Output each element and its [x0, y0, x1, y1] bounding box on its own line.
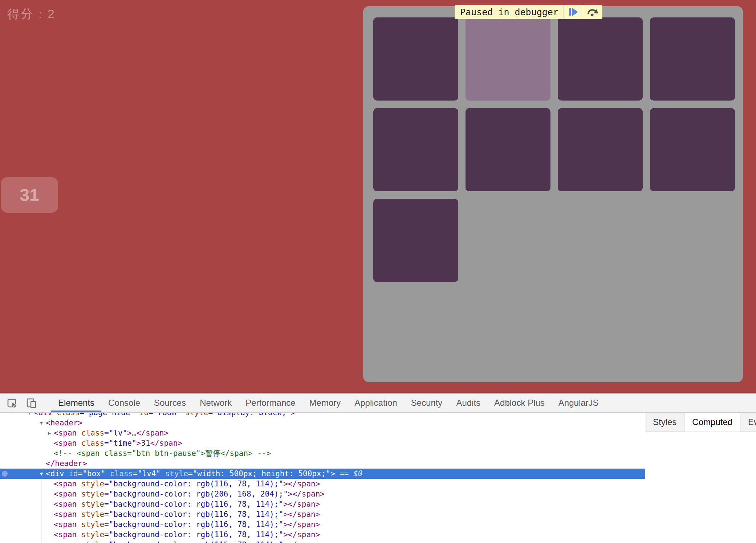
code-token: style: [81, 479, 104, 488]
code-token: style: [165, 469, 188, 478]
tree-line[interactable]: <span style="background-color: rgb(116, …: [0, 530, 645, 540]
code-token: <span: [54, 439, 81, 448]
device-toolbar-icon[interactable]: [25, 397, 37, 409]
code-token: style: [81, 530, 104, 539]
devtools-panel: ElementsConsoleSourcesNetworkPerformance…: [0, 393, 756, 543]
resume-script-button[interactable]: [564, 5, 583, 19]
code-token: style: [81, 510, 104, 519]
tree-line[interactable]: <span style="background-color: rgb(116, …: [0, 499, 645, 509]
code-token: ="background-color: rgb(116, 78, 114);": [104, 540, 283, 543]
code-token: [181, 413, 186, 417]
board-square-1-3[interactable]: [650, 108, 735, 191]
expand-arrow-open-icon[interactable]: ▼: [38, 469, 45, 479]
devtools-tab-security[interactable]: Security: [404, 393, 450, 412]
devtools-tab-console[interactable]: Console: [101, 393, 147, 412]
tree-line[interactable]: ▼<header>: [0, 418, 645, 428]
paused-in-debugger-banner: Paused in debugger: [455, 5, 602, 19]
code-token: <span: [54, 479, 81, 488]
tree-line[interactable]: ▶<span class="lv">…</span>: [0, 428, 645, 438]
code-token: [160, 469, 165, 478]
code-token: <span: [54, 500, 81, 509]
board-square-1-2[interactable]: [558, 108, 643, 191]
code-token: ="time": [104, 439, 137, 448]
devtools-tab-elements[interactable]: Elements: [51, 393, 101, 412]
styles-sidebar: StylesComputedEvent: [645, 413, 756, 543]
board-square-1-1[interactable]: [466, 108, 550, 191]
game-board: [363, 6, 743, 382]
tree-line[interactable]: <span style="background-color: rgb(116, …: [0, 479, 645, 489]
sidebar-tab-styles[interactable]: Styles: [645, 413, 684, 432]
score-label: 得分：2: [7, 6, 56, 23]
devtools-tab-network[interactable]: Network: [193, 393, 239, 412]
resume-icon: [568, 7, 579, 17]
code-token: ="background-color: rgb(116, 78, 114);": [104, 530, 283, 539]
tree-line-selected[interactable]: ▼<div id="box" class="lv4" style="width:…: [0, 469, 645, 479]
code-token: <span: [54, 530, 81, 539]
toolbar-separator: [45, 397, 45, 409]
board-square-2-0[interactable]: [373, 199, 458, 282]
code-token: style: [81, 540, 104, 543]
tree-line[interactable]: <span style="background-color: rgb(116, …: [0, 519, 645, 530]
code-token: >: [137, 439, 141, 448]
devtools-tab-adblock-plus[interactable]: Adblock Plus: [487, 393, 552, 412]
devtools-tab-sources[interactable]: Sources: [147, 393, 193, 412]
board-square-0-3[interactable]: [650, 17, 735, 101]
tree-line[interactable]: <span class="time">31</span>: [0, 438, 645, 448]
tree-line[interactable]: <span style="background-color: rgb(116, …: [0, 540, 645, 543]
elements-tree-lines: ▼<div class="page hide" id="room" style=…: [0, 413, 645, 543]
board-square-0-1-odd[interactable]: [466, 17, 550, 101]
code-token: ></span>: [283, 479, 320, 488]
devtools-toolbar: ElementsConsoleSourcesNetworkPerformance…: [0, 393, 756, 413]
code-token: >: [330, 469, 335, 478]
expand-arrow-open-icon[interactable]: ▼: [26, 413, 33, 418]
code-token: <span: [54, 540, 81, 543]
expand-arrow-closed-icon[interactable]: ▶: [46, 428, 53, 438]
code-token: </header>: [46, 459, 87, 468]
step-over-button[interactable]: [583, 5, 602, 19]
code-token: ="room": [149, 413, 181, 417]
board-square-0-2[interactable]: [558, 17, 643, 101]
code-token: <span: [54, 429, 81, 437]
code-token: ="box": [78, 469, 106, 478]
step-over-icon: [586, 7, 599, 17]
code-token: style: [81, 520, 104, 529]
code-token: id: [69, 469, 78, 478]
tree-line[interactable]: ▼<div class="page hide" id="room" style=…: [0, 413, 645, 418]
code-token: style: [81, 490, 104, 498]
code-token: ="lv4": [133, 469, 160, 478]
tree-line[interactable]: <span style="background-color: rgb(116, …: [0, 509, 645, 519]
code-token: [105, 469, 110, 478]
code-token: ="width: 500px; height: 500px;": [188, 469, 330, 478]
code-token: ="background-color: rgb(116, 78, 114);": [104, 510, 283, 519]
devtools-tab-angularjs[interactable]: AngularJS: [552, 393, 606, 412]
code-token: == $0: [335, 469, 363, 478]
code-token: class: [57, 413, 80, 417]
timer-value: 31: [20, 185, 39, 205]
devtools-tab-application[interactable]: Application: [347, 393, 404, 412]
inspect-element-icon[interactable]: [7, 397, 18, 409]
code-token: class: [81, 439, 104, 448]
devtools-tab-performance[interactable]: Performance: [239, 393, 302, 412]
code-token: id: [139, 413, 149, 417]
board-square-1-0[interactable]: [373, 108, 458, 191]
tree-line[interactable]: </header>: [0, 458, 645, 469]
code-token: </span>: [150, 439, 183, 448]
sidebar-tab-event[interactable]: Event: [740, 413, 756, 432]
expand-arrow-open-icon[interactable]: ▼: [38, 418, 45, 428]
code-token: ="display: block;": [208, 413, 291, 417]
code-token: <div: [46, 469, 69, 478]
devtools-tabs: ElementsConsoleSourcesNetworkPerformance…: [51, 393, 606, 412]
sidebar-tab-computed[interactable]: Computed: [684, 413, 740, 432]
code-token: ="lv": [104, 429, 127, 437]
devtools-tab-memory[interactable]: Memory: [302, 393, 348, 412]
indent-guide: [41, 479, 41, 543]
devtools-tab-audits[interactable]: Audits: [449, 393, 487, 412]
tree-line[interactable]: <span style="background-color: rgb(206, …: [0, 489, 645, 499]
board-square-0-0[interactable]: [373, 17, 458, 101]
code-token: style: [185, 413, 208, 417]
tree-line[interactable]: <!-- <span class="btn btn-pause">暂停</spa…: [0, 448, 645, 458]
code-token: ="background-color: rgb(206, 168, 204);": [104, 490, 288, 498]
code-token: ="page hide": [80, 413, 135, 417]
code-token: ></span>: [283, 510, 320, 519]
code-token: >: [127, 429, 132, 437]
